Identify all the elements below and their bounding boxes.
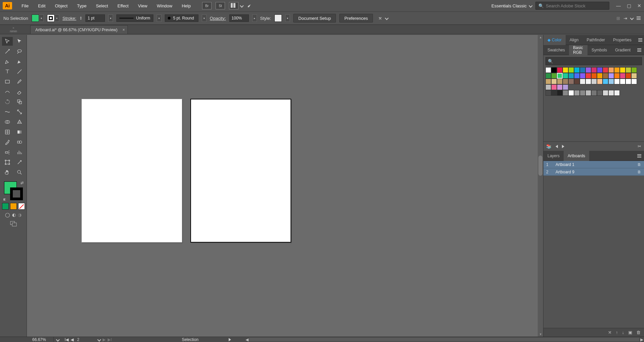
zoom-tool[interactable] [14,168,25,177]
align-to-icon[interactable]: ⤧ [378,16,382,21]
align-to-dropdown[interactable] [385,16,388,20]
swatch-cell[interactable] [585,67,591,73]
swatch-cell[interactable] [614,79,620,84]
swatch-cell[interactable] [608,67,614,73]
artboard-number-dropdown[interactable] [98,338,101,341]
swatch-cell[interactable] [574,67,580,73]
swatch-cell[interactable] [551,84,557,90]
artboard-row[interactable]: 1Artboard 1🗎 [543,161,644,168]
search-stock-input[interactable]: 🔍 Search Adobe Stock [535,2,609,10]
magic-wand-tool[interactable] [2,47,13,56]
swatch-cell[interactable] [551,67,557,73]
swatch-cell[interactable] [603,90,608,96]
first-artboard-icon[interactable]: I◀ [65,337,69,342]
close-tab-icon[interactable]: × [122,28,125,32]
tab-artboards[interactable]: Artboards [564,151,589,161]
menu-edit[interactable]: Edit [33,0,50,11]
menu-select[interactable]: Select [91,0,113,11]
rearrange-artboards-icon[interactable]: ⤧ [608,330,612,335]
line-tool[interactable] [14,67,25,76]
move-up-icon[interactable]: ↑ [616,330,618,335]
fill-swatch[interactable] [32,14,39,22]
swatch-cell[interactable] [614,90,620,96]
swatch-cell[interactable] [568,67,574,73]
pen-tool[interactable] [2,57,13,66]
prev-library-icon[interactable] [556,145,558,148]
zoom-dropdown[interactable] [56,338,60,341]
add-to-swatches-icon[interactable]: ✂ [638,144,641,149]
move-down-icon[interactable]: ↓ [622,330,624,335]
eraser-tool[interactable] [14,87,25,96]
fill-stroke-control[interactable]: ⇄ ◧ [3,181,24,201]
profile-dropdown[interactable]: ▾ [157,14,161,22]
shape-builder-tool[interactable] [2,118,13,126]
swap-fill-stroke-icon[interactable]: ⇄ [21,181,24,185]
swatch-cell[interactable] [580,67,585,73]
swatch-cell[interactable] [563,79,568,84]
screen-mode-icon[interactable] [10,221,17,228]
swatch-cell[interactable] [545,90,551,96]
panel2-menu-icon[interactable] [635,48,644,52]
symbol-sprayer-tool[interactable] [2,148,13,157]
swatch-cell[interactable] [545,73,551,79]
new-artboard-icon[interactable]: ▣ [628,330,632,335]
swatch-cell[interactable] [620,67,626,73]
swatch-cell[interactable] [580,73,585,79]
minimize-button[interactable]: — [616,3,621,8]
tab-properties[interactable]: Properties [609,35,636,45]
menu-object[interactable]: Object [50,0,72,11]
gpu-rocket-icon[interactable] [247,2,253,9]
draw-inside-icon[interactable]: ◑ [18,212,22,217]
artboard-2-selected[interactable] [190,99,291,243]
tab-symbols[interactable]: Symbols [588,45,611,55]
swatch-cell[interactable] [603,79,608,84]
curvature-tool[interactable] [14,57,25,66]
artboard-row[interactable]: 2Artboard 9🗎 [543,168,644,176]
status-flyout-icon[interactable] [229,338,231,341]
align-panel-dropdown[interactable] [630,16,634,20]
swatch-cell[interactable] [631,67,637,73]
swatch-cell[interactable] [545,67,551,73]
free-transform-tool[interactable] [14,108,25,116]
column-graph-tool[interactable] [14,148,25,157]
swatch-cell[interactable] [568,79,574,84]
color-fill-toggle[interactable] [2,203,9,210]
swatch-cell[interactable] [626,73,631,79]
swatch-cell[interactable] [585,79,591,84]
blend-tool[interactable] [14,138,25,146]
slice-tool[interactable] [14,158,25,167]
swatch-cell[interactable] [591,73,597,79]
scroll-thumb[interactable] [538,156,542,176]
swatch-cell[interactable] [574,73,580,79]
tab-pathfinder[interactable]: Pathfinder [582,35,609,45]
brush-definition[interactable]: 5 pt. Round [165,14,198,22]
workspace-switcher[interactable]: Essentials Classic [488,3,535,8]
swatch-cell[interactable] [608,73,614,79]
fill-dropdown[interactable]: ▾ [39,14,44,22]
default-fill-stroke-icon[interactable]: ◧ [3,198,6,201]
hand-tool[interactable] [2,168,13,177]
artboard-options-icon[interactable]: 🗎 [637,170,641,174]
close-button[interactable]: ✕ [637,3,641,8]
document-setup-button[interactable]: Document Setup [293,14,336,23]
swatch-cell[interactable] [597,73,603,79]
prev-artboard-icon[interactable]: ◀ [71,337,74,342]
opacity-input[interactable]: 100% [229,14,249,22]
panel3-menu-icon[interactable] [635,154,644,158]
swatch-cell[interactable] [626,67,631,73]
swatch-cell[interactable] [551,73,557,79]
swatch-cell[interactable] [585,73,591,79]
transform-panel-icon[interactable]: ⊞ [616,16,620,21]
gradient-fill-toggle[interactable] [10,203,17,210]
swatch-cell[interactable] [608,90,614,96]
swatch-cell[interactable] [597,67,603,73]
lasso-tool[interactable] [14,47,25,56]
swatch-cell[interactable] [603,73,608,79]
artboard-tool[interactable] [2,158,13,167]
artboard-options-icon[interactable]: 🗎 [637,162,641,167]
swatch-cell[interactable] [631,79,637,84]
swatch-cell[interactable] [580,90,585,96]
scroll-left-icon[interactable]: ◀ [244,337,249,342]
swatch-cell[interactable] [557,84,563,90]
swatch-cell[interactable] [574,90,580,96]
